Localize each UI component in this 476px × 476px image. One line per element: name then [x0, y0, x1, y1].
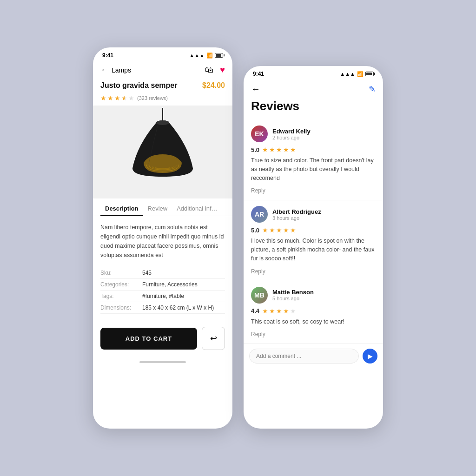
tab-description[interactable]: Description — [100, 199, 143, 216]
avatar-2: AR — [251, 206, 268, 223]
reviewer-time-1: 2 hours ago — [272, 135, 311, 140]
comment-input[interactable] — [249, 349, 359, 364]
reviews-phone: 9:41 ▲▲▲ 📶 ← ✎ Reviews EK Edward Kelly 2… — [244, 66, 383, 429]
time-right: 9:41 — [253, 71, 264, 77]
nav-header-left: ← Lamps 🛍 ♥ — [93, 61, 232, 79]
spec-value-sku: 545 — [142, 270, 152, 276]
star-1: ★ — [100, 94, 106, 102]
back-button[interactable]: ← Lamps — [100, 65, 131, 75]
send-icon: ▶ — [368, 352, 373, 360]
spec-sku: Sku: 545 — [100, 267, 225, 279]
send-button[interactable]: ▶ — [363, 349, 377, 364]
avatar-img-2: AR — [251, 206, 268, 223]
review-text-2: I love this so much. Color is spot on wi… — [251, 237, 376, 263]
cart-icon[interactable]: 🛍 — [205, 65, 213, 75]
status-bar-left: 9:41 ▲▲▲ 📶 — [93, 47, 232, 61]
reviewer-header-2: AR Albert Rodriguez 3 hours ago — [251, 206, 376, 223]
review-text-3: This coat is so soft, so cosy to wear! — [251, 317, 376, 326]
reviewer-name-3: Mattie Benson — [272, 289, 314, 296]
review-item-1: EK Edward Kelly 2 hours ago 5.0 ★ ★ ★ ★ … — [244, 120, 383, 200]
reviewer-name-1: Edward Kelly — [272, 128, 311, 135]
stars: ★ ★ ★ ★ ★ ★ — [100, 94, 134, 102]
reviewer-name-2: Albert Rodriguez — [272, 208, 321, 215]
reviewer-info-2: Albert Rodriguez 3 hours ago — [272, 208, 321, 221]
home-indicator-left — [139, 361, 186, 363]
spec-categories: Categories: Furniture, Accessories — [100, 279, 225, 291]
tab-additional[interactable]: Additional informa... — [172, 199, 225, 216]
product-detail-phone: 9:41 ▲▲▲ 📶 ← Lamps 🛍 ♥ Justo gravida sem… — [93, 47, 232, 429]
tab-review[interactable]: Review — [143, 199, 172, 216]
spec-value-tags: #furniture, #table — [142, 293, 184, 299]
reviews-title: Reviews — [244, 99, 383, 120]
review-stars-2: ★ ★ ★ ★ ★ — [262, 226, 296, 234]
reply-link-3[interactable]: Reply — [251, 331, 265, 337]
wifi-icon-right: 📶 — [357, 71, 364, 77]
rating-row: ★ ★ ★ ★ ★ ★ (323 reviews) — [93, 94, 232, 106]
reviewer-time-3: 5 hours ago — [272, 296, 314, 301]
reviewer-header-3: MB Mattie Benson 5 hours ago — [251, 287, 376, 304]
add-to-cart-button[interactable]: ADD TO CART — [100, 328, 197, 350]
review-score-1: 5.0 — [251, 146, 259, 153]
specs-table: Sku: 545 Categories: Furniture, Accessor… — [100, 267, 225, 314]
battery-icon-right — [365, 72, 374, 76]
comment-area: ▶ — [244, 344, 383, 368]
back-button-reviews[interactable]: ← — [251, 84, 260, 94]
star-3: ★ — [114, 94, 120, 102]
review-text-1: True to size and color. The front part d… — [251, 156, 376, 182]
review-rating-row-3: 4.4 ★ ★ ★ ★ ★ — [251, 307, 376, 315]
return-button[interactable]: ↩ — [202, 327, 225, 350]
reviews-nav: ← ✎ — [244, 80, 383, 99]
review-stars-3: ★ ★ ★ ★ ★ — [262, 307, 296, 315]
review-rating-row-2: 5.0 ★ ★ ★ ★ ★ — [251, 226, 376, 234]
spec-dimensions: Dimensions: 185 x 40 x 62 cm (L x W x H) — [100, 302, 225, 314]
status-icons-left: ▲▲▲ 📶 — [189, 53, 223, 59]
spec-value-categories: Furniture, Accessories — [142, 281, 198, 288]
spec-label-sku: Sku: — [100, 270, 142, 276]
product-image — [93, 106, 232, 198]
scene: 9:41 ▲▲▲ 📶 ← Lamps 🛍 ♥ Justo gravida sem… — [93, 47, 383, 429]
return-icon: ↩ — [210, 333, 217, 344]
lamp-svg — [123, 108, 202, 196]
signal-icon-right: ▲▲▲ — [340, 71, 355, 77]
product-info: Justo gravida semper $24.00 — [93, 79, 232, 94]
wifi-icon: 📶 — [206, 53, 213, 59]
status-bar-right: 9:41 ▲▲▲ 📶 — [244, 66, 383, 80]
nav-action-icons: 🛍 ♥ — [205, 65, 225, 75]
review-rating-row-1: 5.0 ★ ★ ★ ★ ★ — [251, 146, 376, 153]
star-2: ★ — [107, 94, 113, 102]
review-item-2: AR Albert Rodriguez 3 hours ago 5.0 ★ ★ … — [244, 200, 383, 281]
description-content: Nam libero tempore, cum soluta nobis est… — [93, 216, 232, 320]
review-stars-1: ★ ★ ★ ★ ★ — [262, 146, 296, 153]
star-5-empty: ★ — [128, 94, 134, 102]
spec-label-dimensions: Dimensions: — [100, 304, 142, 311]
reply-link-2[interactable]: Reply — [251, 268, 265, 275]
star-4-half: ★ ★ — [121, 94, 127, 102]
tabs: Description Review Additional informa... — [93, 199, 232, 216]
review-score-3: 4.4 — [251, 307, 259, 314]
spec-label-categories: Categories: — [100, 281, 142, 288]
review-count: (323 reviews) — [137, 95, 168, 101]
spec-value-dimensions: 185 x 40 x 62 cm (L x W x H) — [142, 304, 214, 311]
reply-link-1[interactable]: Reply — [251, 187, 265, 194]
product-title: Justo gravida semper — [100, 81, 177, 90]
edit-icon[interactable]: ✎ — [369, 84, 376, 94]
reviewer-info-3: Mattie Benson 5 hours ago — [272, 289, 314, 301]
signal-icon: ▲▲▲ — [189, 53, 205, 58]
battery-icon — [215, 53, 223, 58]
avatar-img-3: MB — [251, 287, 268, 304]
reviewer-info-1: Edward Kelly 2 hours ago — [272, 128, 311, 140]
status-icons-right: ▲▲▲ 📶 — [340, 71, 374, 77]
reviewer-header-1: EK Edward Kelly 2 hours ago — [251, 126, 376, 142]
review-score-2: 5.0 — [251, 227, 259, 234]
spec-label-tags: Tags: — [100, 293, 142, 299]
product-price: $24.00 — [202, 81, 225, 90]
heart-icon[interactable]: ♥ — [220, 65, 225, 75]
avatar-1: EK — [251, 126, 268, 142]
back-arrow-icon: ← — [100, 65, 109, 75]
avatar-3: MB — [251, 287, 268, 304]
spec-tags: Tags: #furniture, #table — [100, 291, 225, 302]
description-text: Nam libero tempore, cum soluta nobis est… — [100, 223, 225, 260]
back-label: Lamps — [112, 66, 131, 74]
review-item-3: MB Mattie Benson 5 hours ago 4.4 ★ ★ ★ ★… — [244, 281, 383, 344]
bottom-actions: ADD TO CART ↩ — [93, 320, 232, 359]
